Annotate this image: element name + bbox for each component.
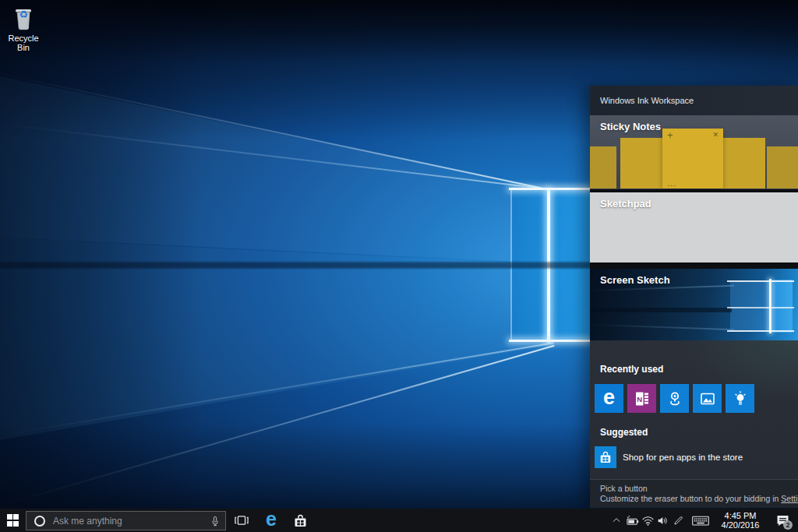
note-close-icon[interactable]: ✕ (712, 131, 719, 139)
wifi-icon (641, 515, 655, 527)
store-icon (598, 449, 613, 465)
cortana-search-box[interactable] (26, 511, 226, 530)
clock-time: 4:45 PM (725, 511, 757, 520)
recently-used-title: Recently used (600, 364, 663, 375)
task-view-button[interactable] (231, 509, 252, 532)
store-tile (595, 446, 616, 468)
ink-panel-footer: Pick a button Customize the eraser butto… (590, 479, 798, 508)
note-add-icon[interactable]: + (667, 129, 673, 141)
note-more-icon[interactable]: ... (667, 178, 676, 188)
windows-ink-workspace-panel: Windows Ink Workspace + ✕ ... Sticky Not… (590, 86, 798, 508)
notification-badge: 2 (783, 520, 793, 530)
suggested-item-label: Shop for pen apps in the store (623, 453, 743, 462)
ink-workspace-title: Windows Ink Workspace (600, 96, 694, 105)
recycle-bin-label: Recycle Bin (2, 33, 45, 52)
touch-keyboard-button[interactable] (690, 509, 711, 532)
svg-text:N: N (637, 394, 642, 403)
section-divider (590, 262, 798, 269)
preview-dark-band (590, 308, 732, 312)
preview-window-bar (769, 279, 772, 333)
edge-icon: e (266, 509, 277, 529)
pick-a-button-heading: Pick a button (600, 484, 648, 493)
tips-app-tile[interactable] (726, 384, 754, 413)
sticky-notes-card[interactable]: + ✕ ... Sticky Notes (590, 115, 798, 189)
chevron-up-icon (611, 515, 622, 526)
preview-window-pane (730, 282, 769, 331)
onenote-icon: N (633, 389, 651, 408)
customize-eraser-text: Customize the eraser button to do your b… (600, 494, 798, 503)
clock-date: 4/20/2016 (722, 520, 760, 530)
pen-icon (673, 514, 685, 527)
sticky-note-active: + ✕ ... (662, 129, 723, 188)
preview-window-bar (727, 280, 794, 282)
onenote-app-tile[interactable]: N (627, 384, 656, 413)
suggested-title: Suggested (600, 427, 648, 438)
wifi-indicator[interactable] (641, 509, 655, 532)
clock[interactable]: 4:45 PM 4/20/2016 (714, 509, 767, 532)
wallpaper-beam (0, 342, 553, 436)
recycle-bin-shortcut[interactable]: ♻ Recycle Bin (2, 4, 45, 48)
ink-apps-section: Recently used e N (590, 340, 798, 479)
volume-indicator[interactable] (655, 509, 671, 532)
store-icon (292, 513, 309, 529)
maps-app-tile[interactable] (660, 384, 689, 413)
wallpaper-shade (0, 0, 203, 532)
photos-icon (698, 389, 717, 408)
screen-sketch-title: Screen Sketch (600, 274, 670, 286)
wallpaper-beam (0, 73, 549, 190)
taskbar: e (0, 509, 798, 532)
microphone-button[interactable] (205, 512, 225, 530)
desktop: ♻ Recycle Bin Windows Ink Workspace + ✕ … (0, 0, 798, 532)
maps-icon (666, 389, 684, 408)
suggested-store-item[interactable]: Shop for pen apps in the store (595, 446, 793, 468)
tips-lightbulb-icon (731, 389, 750, 408)
recycle-bin-icon: ♻ (8, 4, 39, 32)
sketchpad-title: Sketchpad (600, 198, 651, 210)
screen-sketch-card[interactable]: Screen Sketch (590, 269, 798, 340)
wallpaper-window-bar (547, 188, 550, 343)
sticky-notes-title: Sticky Notes (600, 121, 661, 132)
search-input[interactable] (45, 512, 205, 530)
edge-app-tile[interactable]: e (595, 384, 623, 413)
sticky-note (620, 138, 662, 188)
recycle-symbol-icon: ♻ (8, 9, 39, 19)
start-button[interactable] (0, 509, 26, 532)
pen-indicator[interactable] (672, 509, 685, 532)
sticky-note (590, 146, 616, 188)
preview-window-bar (727, 330, 794, 332)
settings-link[interactable]: Settings (781, 494, 798, 503)
ink-workspace-header: Windows Ink Workspace (590, 86, 798, 115)
task-view-icon (233, 512, 250, 529)
wallpaper-beam (0, 345, 555, 506)
wallpaper-window-edge (510, 189, 512, 342)
preview-window-pane (772, 280, 793, 333)
microphone-icon (209, 513, 221, 529)
customize-eraser-body: Customize the eraser button to do your b… (600, 494, 781, 503)
speaker-icon (656, 514, 670, 527)
keyboard-icon (691, 513, 710, 527)
battery-charging-icon (625, 514, 640, 527)
photos-app-tile[interactable] (693, 384, 722, 413)
preview-beam (590, 324, 734, 330)
sketchpad-card[interactable]: Sketchpad (590, 192, 798, 262)
battery-indicator[interactable] (624, 509, 641, 532)
preview-beam (590, 285, 734, 291)
wallpaper-window-pane (512, 190, 590, 341)
store-taskbar-button[interactable] (289, 509, 311, 532)
edge-icon: e (603, 387, 615, 408)
sticky-note (723, 138, 765, 188)
preview-window-bar (727, 307, 794, 308)
wallpaper-window-bar (509, 188, 590, 190)
action-center-button[interactable]: 2 (770, 509, 795, 532)
wallpaper-window-bar (509, 340, 590, 342)
edge-taskbar-button[interactable]: e (260, 509, 282, 532)
tray-overflow-chevron[interactable] (609, 509, 623, 532)
sticky-note (767, 146, 798, 188)
windows-logo-icon (7, 514, 19, 527)
wallpaper-beam (0, 123, 557, 191)
cortana-icon (34, 516, 45, 527)
